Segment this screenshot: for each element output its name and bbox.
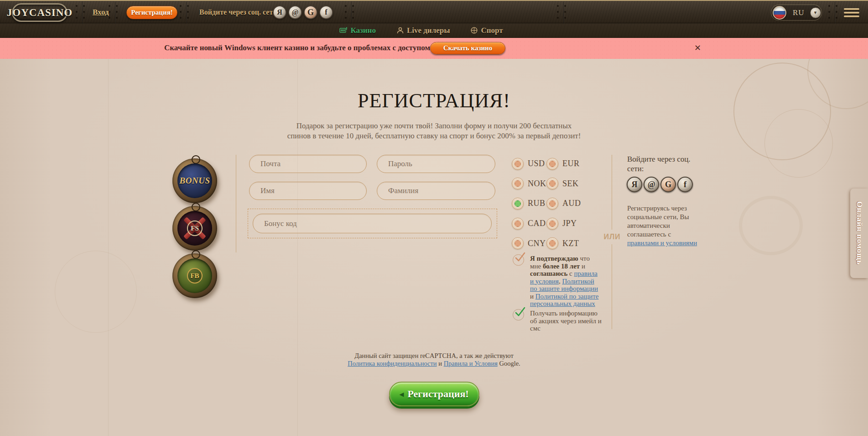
sport-wheel-icon: [471, 27, 478, 34]
rivets-decor: [109, 5, 110, 7]
currency-label: CAD: [528, 219, 546, 228]
nav-tab-casino[interactable]: Казино: [339, 26, 376, 35]
radio-icon: [512, 178, 524, 189]
personal-data-policy-link[interactable]: Политикой по защите персональных данных: [530, 293, 598, 308]
facebook-icon[interactable]: f: [677, 177, 693, 192]
last-name-field[interactable]: [377, 182, 495, 200]
bonus-badge[interactable]: BONUS: [172, 158, 217, 203]
currency-label: KZT: [562, 239, 579, 248]
terms-bold: соглашаюсь: [530, 270, 567, 277]
currency-option-cny[interactable]: CNY: [512, 233, 546, 253]
first-name-field[interactable]: [249, 182, 367, 200]
mailru-icon[interactable]: @: [288, 5, 302, 19]
radio-icon: [546, 198, 558, 210]
terms-bold: Я подтверждаю: [530, 255, 578, 262]
sketch-circle-decor: [733, 63, 831, 160]
currency-option-eur[interactable]: EUR: [546, 154, 592, 174]
or-divider-top: [612, 155, 612, 230]
currency-label: CNY: [528, 239, 546, 248]
arrow-left-icon: ◀: [399, 391, 404, 398]
sketch-circle-decor: [764, 109, 833, 178]
main-nav: Казино Live дилеры Спорт: [0, 23, 868, 38]
google-icon[interactable]: G: [304, 5, 317, 19]
logo-text: JOYCASINO: [7, 7, 73, 19]
nav-label: Live дилеры: [407, 26, 450, 35]
or-divider-bottom: [612, 244, 612, 329]
stain-decor: [739, 196, 803, 255]
currency-option-nok[interactable]: NOK: [512, 174, 546, 194]
flag-ru-icon: [773, 6, 786, 20]
radio-selected-icon: [512, 198, 524, 210]
privacy-policy-link[interactable]: Политика конфиденциальности: [348, 360, 437, 367]
freespins-badge-face: FS: [177, 211, 212, 246]
registration-page: JOYCASINO Вход Регистрация! Войдите чере…: [0, 0, 868, 436]
terms-checkbox[interactable]: [513, 254, 524, 266]
currency-label: JPY: [562, 219, 577, 228]
currency-label: USD: [528, 159, 545, 168]
joycasino-logo[interactable]: JOYCASINO: [12, 3, 68, 22]
password-field[interactable]: [377, 155, 495, 173]
language-selector[interactable]: RU ▾: [771, 5, 822, 21]
nav-tab-live-dealers[interactable]: Live дилеры: [397, 26, 450, 35]
divider: [82, 2, 83, 24]
nav-label: Казино: [350, 26, 376, 35]
currency-option-sek[interactable]: SEK: [546, 174, 592, 194]
language-code: RU: [793, 8, 805, 17]
promo-checkbox-label: Получать информацию об акциях через имей…: [530, 310, 602, 332]
register-submit-button[interactable]: ◀ Регистрация!: [389, 382, 479, 406]
currency-label: SEK: [562, 179, 579, 189]
hamburger-menu-icon[interactable]: [844, 8, 859, 19]
yandex-icon[interactable]: Я: [627, 177, 642, 192]
radio-icon: [546, 237, 558, 249]
currency-option-rub[interactable]: RUB: [512, 194, 546, 214]
paper-fold-decor: [297, 59, 298, 436]
form-left-divider: [236, 155, 236, 252]
google-terms-link[interactable]: Правила и Условия: [444, 360, 498, 367]
online-help-tab[interactable]: Онлайн помощь: [850, 189, 868, 278]
register-button-top[interactable]: Регистрация!: [126, 6, 177, 19]
check-icon: [515, 252, 525, 263]
bonus-badge-face: BONUS: [177, 163, 212, 198]
currency-label: AUD: [562, 199, 581, 208]
subtitle-line-2: спинов в течение 10 дней, бесплатную ста…: [287, 131, 581, 140]
freebet-badge-label: FB: [187, 268, 203, 284]
chevron-down-icon[interactable]: ▾: [810, 7, 821, 18]
currency-option-jpy[interactable]: JPY: [546, 214, 592, 234]
terms-bold: более 18 лет: [543, 263, 580, 270]
live-dealer-icon: [397, 27, 404, 34]
yandex-icon[interactable]: Я: [273, 5, 286, 19]
sketch-circle-decor: [55, 251, 137, 333]
promo-checkbox[interactable]: [513, 309, 524, 320]
currency-selector: USD EUR NOK SEK RUB AUD: [512, 154, 592, 253]
email-field[interactable]: [249, 155, 367, 173]
page-subtitle: Подарок за регистрацию уже почти твой! З…: [247, 121, 621, 141]
currency-option-cad[interactable]: CAD: [512, 214, 546, 234]
social-terms-link[interactable]: правилами и условиями: [627, 239, 697, 247]
nav-label: Спорт: [481, 26, 503, 35]
freespins-badge-label: FS: [187, 221, 203, 236]
currency-option-kzt[interactable]: KZT: [546, 233, 592, 253]
divider: [563, 2, 564, 24]
currency-label: RUB: [528, 199, 546, 208]
currency-option-aud[interactable]: AUD: [546, 194, 592, 214]
nav-tab-sport[interactable]: Спорт: [471, 26, 503, 35]
freebet-badge-face: FB: [177, 258, 212, 293]
download-banner: Скачайте новый Windows клиент казино и з…: [0, 38, 868, 59]
social-panel-icons: Я @ G f: [627, 177, 693, 192]
login-link[interactable]: Вход: [93, 8, 109, 17]
bonus-code-field[interactable]: [253, 214, 492, 233]
rivets-decor: [828, 5, 830, 7]
freebet-badge[interactable]: FB: [172, 253, 217, 298]
google-icon[interactable]: G: [660, 177, 676, 192]
facebook-icon[interactable]: f: [319, 5, 333, 19]
download-casino-button[interactable]: Скачать казино: [430, 42, 505, 54]
radio-icon: [546, 218, 558, 230]
paper-fold-decor: [108, 59, 109, 436]
close-icon[interactable]: ✕: [694, 43, 701, 53]
social-panel-note: Регистрируясь через социальные сети, Вы …: [627, 204, 699, 247]
mailru-icon[interactable]: @: [644, 177, 659, 192]
rivets-decor: [345, 5, 347, 7]
freespins-badge[interactable]: FS: [172, 206, 217, 251]
top-social-icons: Я @ G f: [273, 5, 333, 19]
currency-option-usd[interactable]: USD: [512, 154, 546, 174]
